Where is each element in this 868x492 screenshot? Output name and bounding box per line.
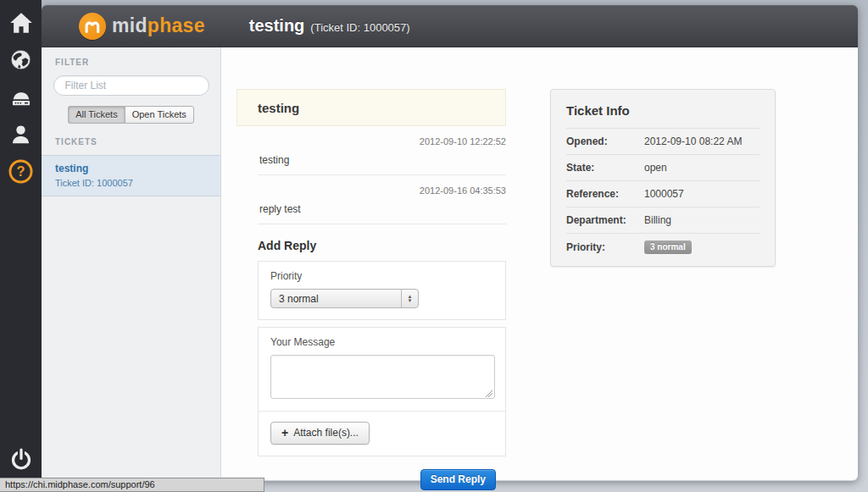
info-label-reference: Reference: <box>566 188 644 200</box>
ticket-id-subtitle: (Ticket ID: 1000057) <box>310 21 409 34</box>
message-timestamp: 2012-09-10 12:22:52 <box>258 136 506 146</box>
filter-section-label: FILTER <box>55 58 220 67</box>
ticket-info-row: Reference: 1000057 <box>566 180 760 207</box>
tickets-panel: FILTER All Tickets Open Tickets TICKETS … <box>42 47 221 480</box>
help-icon[interactable]: ? <box>6 158 36 185</box>
add-reply-heading: Add Reply <box>258 239 506 252</box>
ticket-info-heading: Ticket Info <box>566 103 760 118</box>
send-row: Send Reply <box>258 456 506 490</box>
select-stepper-icon: ▲▼ <box>401 290 418 307</box>
priority-box: Priority 3 normal ▲▼ <box>258 261 506 320</box>
ticket-detail-area: testing 2012-09-10 12:22:52 testing 2012… <box>221 47 858 480</box>
info-label-opened: Opened: <box>566 135 644 147</box>
info-label-state: State: <box>566 162 644 174</box>
ticket-list-item[interactable]: testing Ticket ID: 1000057 <box>42 155 220 196</box>
ticket-title: testing <box>249 16 305 36</box>
midphase-logo: midphase <box>79 13 205 40</box>
reply-message-textarea[interactable] <box>270 355 495 399</box>
message-body: reply test <box>258 203 506 215</box>
icon-sidebar: ? <box>0 0 42 478</box>
message-thread: 2012-09-10 12:22:52 testing 2012-09-16 0… <box>258 126 506 490</box>
message-body: testing <box>258 154 506 166</box>
open-tickets-button[interactable]: Open Tickets <box>125 106 194 124</box>
info-value-reference: 1000057 <box>644 188 684 200</box>
user-icon[interactable] <box>6 120 36 148</box>
message-item: 2012-09-10 12:22:52 testing <box>258 126 506 175</box>
ticket-info-row: Priority: 3 normal <box>566 233 760 261</box>
info-label-priority: Priority: <box>566 241 644 253</box>
tickets-section-label: TICKETS <box>55 137 220 146</box>
priority-badge: 3 normal <box>644 240 692 254</box>
ticket-item-id: Ticket ID: 1000057 <box>55 178 207 188</box>
midphase-logo-icon <box>79 13 106 40</box>
priority-label: Priority <box>270 270 493 282</box>
message-item: 2012-09-16 04:35:53 reply test <box>258 175 506 224</box>
midphase-wordmark: midphase <box>112 14 205 37</box>
power-icon[interactable] <box>6 445 36 473</box>
send-reply-button[interactable]: Send Reply <box>420 469 496 490</box>
priority-selected-value: 3 normal <box>271 293 401 305</box>
ticket-subject-card: testing <box>236 89 506 126</box>
status-bar-url: https://chi.midphase.com/support/96 <box>0 478 264 492</box>
plus-icon: + <box>281 426 288 439</box>
message-box: Your Message + Attach file(s)... <box>258 327 506 456</box>
app-window: midphase testing (Ticket ID: 1000057) FI… <box>42 5 858 481</box>
server-icon[interactable] <box>6 83 36 111</box>
filter-input[interactable] <box>53 75 209 96</box>
ticket-filter-segmented: All Tickets Open Tickets <box>42 106 220 124</box>
info-value-department: Billing <box>644 214 671 226</box>
ticket-info-row: Department: Billing <box>566 207 760 233</box>
thread-column: testing 2012-09-10 12:22:52 testing 2012… <box>236 89 506 490</box>
ticket-subject: testing <box>258 101 299 115</box>
attach-files-label: Attach file(s)... <box>293 427 359 439</box>
ticket-info-row: State: open <box>566 154 760 180</box>
globe-icon[interactable] <box>6 46 36 74</box>
attach-files-button[interactable]: + Attach file(s)... <box>270 422 370 445</box>
ticket-info-row: Opened: 2012-09-10 08:22 AM <box>566 128 760 154</box>
window-body: FILTER All Tickets Open Tickets TICKETS … <box>42 47 858 480</box>
ticket-info-panel: Ticket Info Opened: 2012-09-10 08:22 AM … <box>550 89 776 267</box>
app-header: midphase testing (Ticket ID: 1000057) <box>42 5 858 47</box>
divider <box>259 411 505 412</box>
info-label-department: Department: <box>566 214 644 226</box>
svg-text:?: ? <box>17 163 25 179</box>
priority-select[interactable]: 3 normal ▲▼ <box>270 289 419 308</box>
your-message-label: Your Message <box>270 336 493 348</box>
all-tickets-button[interactable]: All Tickets <box>68 106 125 124</box>
ticket-item-title: testing <box>55 163 207 174</box>
home-icon[interactable] <box>6 8 36 36</box>
message-timestamp: 2012-09-16 04:35:53 <box>258 185 506 196</box>
page-title: testing (Ticket ID: 1000057) <box>249 16 410 36</box>
info-value-opened: 2012-09-10 08:22 AM <box>644 135 742 147</box>
info-value-state: open <box>644 162 667 174</box>
